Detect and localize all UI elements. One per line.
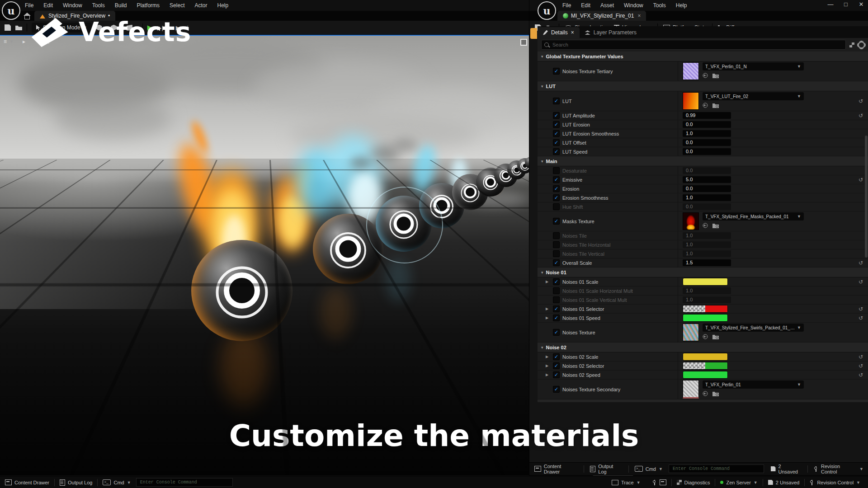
reset-to-default-icon[interactable]: ↺ [853, 354, 868, 360]
menu-tools[interactable]: Tools [649, 1, 670, 10]
color-swatch-noises-01-speed[interactable] [683, 314, 728, 322]
checkbox-lut-amplitude[interactable]: ✓ [553, 112, 560, 119]
viewport-maximize-icon[interactable] [520, 39, 527, 46]
reset-to-default-icon[interactable]: ↺ [853, 279, 868, 285]
value-field-erosion[interactable]: 0.0 [683, 185, 731, 192]
checkbox-noises-01-scale-horizontal-mult[interactable] [553, 287, 560, 294]
checkbox-emissive[interactable]: ✓ [553, 176, 560, 183]
view-options-icon[interactable] [849, 42, 854, 47]
value-field-noises-01-scale-horizontal-mult[interactable]: 1.0 [683, 287, 731, 294]
checkbox-noises-01-selector[interactable]: ✓ [553, 305, 560, 312]
value-field-noises-tile[interactable]: 1.0 [683, 232, 731, 239]
value-field-erosion-smoothness[interactable]: 1.0 [683, 194, 731, 201]
use-selected-icon[interactable] [703, 390, 708, 398]
menu-edit[interactable]: Edit [577, 1, 594, 10]
menu-select[interactable]: Select [165, 1, 189, 10]
menu-tools[interactable]: Tools [88, 1, 109, 10]
use-selected-icon[interactable] [703, 222, 708, 230]
checkbox-lut-erosion-smoothness[interactable]: ✓ [553, 130, 560, 137]
cmd-dropdown[interactable]: >_Cmd▼ [630, 463, 668, 475]
tab-mi-vfx-stylized-fire[interactable]: MI_VFX_Stylized_Fire_01 × [557, 11, 646, 21]
use-selected-icon[interactable] [703, 72, 708, 80]
browse-to-asset-icon[interactable] [712, 390, 719, 398]
checkbox-noises-texture[interactable]: ✓ [553, 329, 560, 336]
skip-button[interactable]: ▶| [157, 24, 163, 31]
section-header-noise-01[interactable]: ▾Noise 01 [538, 267, 868, 277]
value-field-lut-erosion-smoothness[interactable]: 1.0 [683, 130, 731, 137]
tab-stylized-fire-overview[interactable]: Stylized_Fire_Overview • [34, 11, 115, 21]
value-field-lut-erosion[interactable]: 0.0 [683, 121, 731, 128]
viewport-options-menu[interactable]: ≡▼▸⋮ [4, 38, 52, 45]
section-header-noise-03[interactable]: ▾Noise 03 [538, 399, 868, 402]
checkbox-masks-texture[interactable]: ✓ [553, 218, 560, 225]
expander-icon[interactable]: ▶ [546, 364, 550, 368]
use-selected-icon[interactable] [703, 333, 708, 341]
value-field-noises-01-scale-vertical-mult[interactable]: 1.0 [683, 296, 731, 303]
expander-icon[interactable]: ▶ [546, 280, 550, 284]
diagnostics-button[interactable]: Diagnostics [672, 476, 715, 488]
trace-dropdown[interactable]: Trace▼ [607, 476, 646, 488]
color-swatch-noises-01-scale[interactable] [683, 278, 728, 286]
value-field-hue-shift[interactable]: 0.0 [683, 203, 731, 210]
revision-control-dropdown[interactable]: Revision Control▼ [805, 476, 865, 488]
use-selected-icon[interactable] [703, 102, 708, 110]
insights-buttons[interactable] [647, 476, 671, 488]
texture-dropdown-t-vfx-stylized-fire-swirls-packed-01-hd[interactable]: T_VFX_Stylized_Fire_Swirls_Packed_01_HD▼ [703, 324, 804, 332]
content-drawer-button[interactable]: Content Drawer [0, 476, 54, 488]
reset-to-default-icon[interactable]: ↺ [853, 260, 868, 266]
checkbox-noises-texture-tertiary[interactable]: ✓ [553, 68, 560, 75]
texture-thumbnail-perlin[interactable] [683, 380, 699, 399]
checkbox-noises-02-speed[interactable]: ✓ [553, 371, 560, 378]
browse-to-asset-icon[interactable] [712, 222, 719, 230]
menu-file[interactable]: File [21, 1, 38, 10]
details-tab-close-icon[interactable]: × [571, 29, 574, 36]
reset-to-default-icon[interactable]: ↺ [853, 306, 868, 312]
texture-dropdown-t-vfx-perlin-01-n[interactable]: T_VFX_Perlin_01_N▼ [703, 62, 804, 70]
section-header-global-texture-parameter-values[interactable]: ▾Global Texture Parameter Values [538, 52, 868, 61]
color-swatch-noises-02-scale[interactable] [683, 353, 728, 361]
value-field-desaturate[interactable]: 0.0 [683, 167, 731, 174]
checkbox-erosion[interactable]: ✓ [553, 185, 560, 192]
reset-to-default-icon[interactable]: ↺ [853, 372, 868, 378]
menu-help[interactable]: Help [213, 1, 232, 10]
content-drawer-button[interactable]: Content Drawer [529, 463, 583, 475]
checkbox-noises-texture-secondary[interactable]: ✓ [553, 386, 560, 393]
play-button[interactable]: ▶ [147, 23, 153, 32]
section-header-noise-02[interactable]: ▾Noise 02 [538, 343, 868, 352]
menu-platforms[interactable]: Platforms [132, 1, 164, 10]
checkbox-hue-shift[interactable] [553, 203, 560, 210]
value-field-noises-tile-vertical[interactable]: 1.0 [683, 250, 731, 257]
checkbox-noises-01-scale[interactable]: ✓ [553, 278, 560, 285]
checkbox-overall-scale[interactable]: ✓ [553, 259, 560, 266]
tab-layer-parameters[interactable]: Layer Parameters [580, 27, 642, 38]
value-field-overall-scale[interactable]: 1.5 [683, 259, 731, 266]
unsaved-button[interactable]: 2 Unsaved [766, 463, 807, 475]
docked-tab-handle[interactable] [530, 28, 537, 39]
reset-to-default-icon[interactable]: ↺ [853, 315, 868, 321]
value-field-noises-tile-horizontal[interactable]: 1.0 [683, 241, 731, 248]
checkbox-noises-02-selector[interactable]: ✓ [553, 362, 560, 369]
content-browser-icon[interactable] [15, 25, 22, 30]
tab-details[interactable]: Details × [538, 27, 580, 38]
output-log-button[interactable]: Output Log [585, 463, 627, 475]
texture-thumbnail-masks[interactable] [683, 212, 699, 230]
checkbox-lut-erosion[interactable]: ✓ [553, 121, 560, 128]
output-log-button[interactable]: Output Log [55, 476, 97, 488]
checkbox-lut-speed[interactable]: ✓ [553, 148, 560, 155]
checkbox-lut-offset[interactable]: ✓ [553, 139, 560, 146]
texture-dropdown-t-vfx-stylized-fire-masks-packed-01[interactable]: T_VFX_Stylized_Fire_Masks_Packed_01▼ [703, 212, 804, 221]
color-swatch-noises-02-selector[interactable] [683, 362, 728, 370]
section-header-lut[interactable]: ▾LUT [538, 81, 868, 91]
expander-icon[interactable]: ▶ [546, 307, 550, 311]
expander-icon[interactable]: ▶ [546, 316, 550, 320]
console-input[interactable] [136, 478, 233, 487]
checkbox-desaturate[interactable] [553, 167, 560, 174]
details-scrollbar[interactable] [865, 136, 868, 258]
section-header-main[interactable]: ▾Main [538, 156, 868, 166]
add-actor-button[interactable]: +▼ [96, 23, 106, 32]
browse-to-asset-icon[interactable] [712, 102, 719, 110]
browse-to-asset-icon[interactable] [712, 72, 719, 80]
checkbox-lut[interactable]: ✓ [553, 98, 560, 104]
menu-edit[interactable]: Edit [39, 1, 57, 10]
checkbox-noises-01-speed[interactable]: ✓ [553, 314, 560, 321]
